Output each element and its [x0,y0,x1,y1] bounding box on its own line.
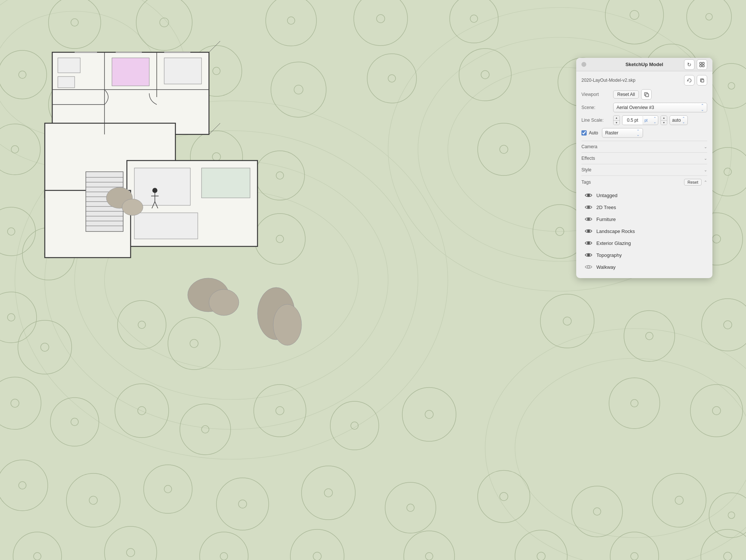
sync-button[interactable] [684,75,695,85]
scene-value: Aerial Overview #3 [617,105,654,110]
tag-item[interactable]: Walkway [581,261,707,273]
file-row: 2020-LayOut-Model-v2.skp [581,75,707,85]
svg-rect-189 [701,80,704,82]
auto-chevron: ⌃⌄ [682,116,685,124]
tags-header: Tags Reset ⌃ [581,175,707,188]
viewport-controls: Reset All [613,89,707,100]
line-scale-stepper[interactable]: ▲ ▼ [613,115,620,125]
line-scale-down[interactable]: ▼ [614,121,619,125]
tag-name: Topography [596,252,622,258]
reset-all-button[interactable]: Reset All [613,90,639,99]
eye-icon[interactable] [584,203,593,211]
svg-point-181 [209,289,239,315]
tags-actions: Reset ⌃ [684,179,707,186]
eye-icon[interactable] [584,215,593,223]
eye-icon[interactable] [584,191,593,199]
line-scale-label: Line Scale: [581,118,613,123]
tags-list: Untagged 2D Trees Furniture Landscape Ro… [581,188,707,274]
file-actions [684,75,707,85]
refresh-button[interactable]: ↻ [684,59,695,70]
line-scale-unit-select[interactable]: pt ⌃⌄ [643,115,658,125]
style-section-header[interactable]: Style ⌄ [581,164,707,175]
auto-label: auto [672,118,681,123]
svg-rect-185 [702,62,704,64]
eye-icon[interactable] [584,239,593,247]
style-label: Style [581,167,592,172]
effects-label: Effects [581,156,595,161]
scene-label: Scene: [581,105,613,110]
effects-section-header[interactable]: Effects ⌄ [581,152,707,164]
viewport-copy-button[interactable] [641,89,652,100]
tags-chevron-up[interactable]: ⌃ [704,180,707,185]
line-scale-input-group: pt ⌃⌄ [622,115,658,125]
svg-point-197 [587,254,590,256]
scene-select[interactable]: Aerial Overview #3 ⌃⌄ [613,103,707,112]
panel-titlebar: SketchUp Model ↻ [576,58,712,71]
panel-body: 2020-LayOut-Model-v2.skp Viewpor [576,71,712,278]
svg-point-183 [273,304,302,345]
tag-name: Untagged [596,193,617,198]
eye-icon[interactable] [584,263,593,271]
render-row: Auto Raster ⌃⌄ [581,128,707,138]
svg-rect-184 [700,62,702,64]
svg-point-192 [587,194,590,196]
panel-title: SketchUp Model [625,62,663,67]
svg-point-196 [587,242,590,244]
eye-icon[interactable] [584,227,593,235]
svg-point-179 [122,199,143,215]
svg-point-194 [587,218,590,220]
render-chevron: ⌃⌄ [637,129,640,137]
auto-checkbox-row: Auto [581,130,598,136]
auto-stepper[interactable]: ▲ ▼ [661,115,667,125]
tag-item[interactable]: Untagged [581,189,707,201]
camera-label: Camera [581,144,597,149]
tag-name: Exterior Glazing [596,240,631,246]
sketchup-model-panel: SketchUp Model ↻ 2020-LayOut-Model-v2.sk… [576,58,712,278]
copy-view-button[interactable] [697,75,707,85]
svg-rect-191 [646,94,649,97]
line-scale-up[interactable]: ▲ [614,116,619,121]
scene-row: Scene: Aerial Overview #3 ⌃⌄ [581,103,707,112]
auto-select[interactable]: auto ⌃⌄ [669,115,688,125]
scene-chevron: ⌃⌄ [701,103,704,112]
traffic-light [581,62,586,67]
title-actions: ↻ [684,59,707,70]
svg-point-195 [587,230,590,232]
svg-point-198 [587,266,590,268]
tag-item[interactable]: 2D Trees [581,201,707,213]
unit-label: pt [644,118,647,122]
unit-chevron: ⌃⌄ [653,116,656,124]
svg-rect-187 [702,65,704,67]
line-scale-row: Line Scale: ▲ ▼ pt ⌃⌄ ▲ ▼ [581,115,707,125]
render-mode: Raster [605,130,618,136]
file-name: 2020-LayOut-Model-v2.skp [581,78,636,83]
auto-checkbox[interactable] [581,130,587,136]
tag-name: Walkway [596,264,616,270]
auto-up[interactable]: ▲ [661,116,667,121]
line-scale-controls: ▲ ▼ pt ⌃⌄ ▲ ▼ auto ⌃⌄ [613,115,707,125]
tag-item[interactable]: Furniture [581,213,707,225]
tags-label: Tags [581,180,591,185]
camera-chevron: ⌄ [704,144,707,149]
style-chevron: ⌄ [704,168,707,172]
svg-rect-186 [700,65,702,67]
viewport-label: Viewport [581,92,613,97]
svg-point-193 [587,206,590,208]
auto-down[interactable]: ▼ [661,121,667,125]
tag-name: Landscape Rocks [596,228,635,234]
viewport-row: Viewport Reset All [581,89,707,100]
line-scale-input[interactable] [622,115,643,125]
tag-item[interactable]: Topography [581,249,707,261]
link-button[interactable] [697,59,707,70]
tag-item[interactable]: Landscape Rocks [581,225,707,237]
render-select[interactable]: Raster ⌃⌄ [602,128,643,138]
tags-reset-button[interactable]: Reset [684,179,702,186]
auto-text: Auto [589,130,598,136]
effects-chevron: ⌄ [704,156,707,161]
eye-icon[interactable] [584,251,593,259]
tag-name: 2D Trees [596,205,616,210]
tag-item[interactable]: Exterior Glazing [581,237,707,249]
tag-name: Furniture [596,217,616,222]
camera-section-header[interactable]: Camera ⌄ [581,141,707,152]
